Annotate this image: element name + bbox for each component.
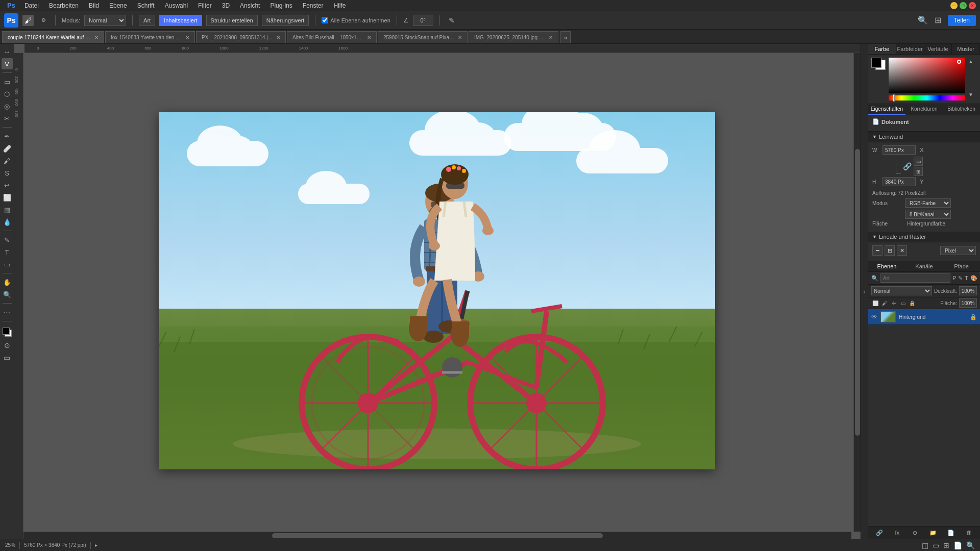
opacity-input[interactable]	[959, 286, 977, 295]
menu-item-schrift[interactable]: Schrift	[133, 1, 159, 10]
hand-tool[interactable]: ✋	[2, 277, 13, 288]
layer-mode-select[interactable]: Normal	[871, 286, 932, 295]
history-brush[interactable]: ↩	[2, 180, 13, 191]
screen-mode-tool[interactable]: ▭	[2, 352, 13, 363]
leinwand-header[interactable]: ▼ Leinwand	[868, 132, 980, 142]
tab-pfade[interactable]: Pfade	[943, 261, 980, 271]
shape-tool[interactable]: ▭	[2, 259, 13, 270]
menu-item-filter[interactable]: Filter	[194, 1, 216, 10]
move-tool[interactable]: ↔	[2, 46, 13, 57]
menu-item-auswahl[interactable]: Auswahl	[161, 1, 192, 10]
artboard-tool[interactable]: V	[2, 58, 13, 69]
status-icon-5[interactable]: 🔍	[966, 541, 975, 549]
blur-tool[interactable]: 💧	[2, 216, 13, 228]
lineale-icon-2[interactable]: ⊞	[885, 245, 895, 256]
status-icon-4[interactable]: 📄	[953, 541, 962, 549]
tab-ebenen[interactable]: Ebenen	[868, 261, 905, 271]
stamp-tool[interactable]: S	[2, 167, 13, 179]
delete-layer-btn[interactable]: 🗑	[961, 528, 977, 537]
tab-farbfelder[interactable]: Farbfelder	[896, 44, 924, 54]
lock-all-btn[interactable]: 🔒	[908, 299, 916, 307]
tab-3[interactable]: Altes Bild Fussball – 1050x1500.jpg ✕	[287, 31, 377, 43]
lineale-header[interactable]: ▼ Lineale und Raster	[868, 232, 980, 242]
layer-item-hintergrund[interactable]: 👁 Hintergrund 🔒	[868, 309, 980, 325]
marquee-tool[interactable]: ▭	[2, 76, 13, 87]
brush-tool[interactable]: 🖌	[2, 155, 13, 166]
tab-verlaeufe[interactable]: Verläufe	[924, 44, 952, 54]
tab-4-close[interactable]: ✕	[458, 35, 462, 40]
lock-artboard-btn[interactable]: ▭	[899, 299, 907, 307]
canvas-image[interactable]	[159, 112, 715, 469]
menu-item-ebene[interactable]: Ebene	[105, 1, 131, 10]
tab-0-close[interactable]: ✕	[94, 35, 99, 40]
pen-tool[interactable]: ✎	[2, 234, 13, 245]
tab-2-close[interactable]: ✕	[276, 35, 280, 40]
fg-bg-swatches[interactable]	[871, 58, 881, 68]
layers-search-input[interactable]	[880, 273, 950, 283]
menu-item-fenster[interactable]: Fenster	[299, 1, 328, 10]
menu-item-datei[interactable]: Datei	[20, 1, 43, 10]
quick-mask-tool[interactable]: ⊙	[2, 340, 13, 351]
struktur-button[interactable]: Struktur erstellen	[206, 15, 258, 26]
lineale-icon-1[interactable]: ━	[872, 245, 883, 256]
status-arrow[interactable]: ▸	[95, 542, 97, 548]
zoom-tool[interactable]: 🔍	[2, 289, 13, 300]
canvas-size-btn-2[interactable]: ⊞	[914, 167, 923, 176]
lock-transparent-btn[interactable]: ⬜	[871, 299, 879, 307]
tab-4[interactable]: 2598015 StockSnap auf Pixabay.jpg ✕	[378, 31, 468, 43]
alle-ebenen-checkbox[interactable]	[322, 17, 328, 23]
props-tab-eigenschaften[interactable]: Eigenschaften	[868, 104, 905, 115]
new-layer-btn[interactable]: 📄	[943, 528, 959, 537]
lock-image-btn[interactable]: 🖌	[880, 299, 889, 307]
alle-ebenen-check[interactable]: Alle Ebenen aufnehmen	[322, 17, 390, 23]
tab-5[interactable]: IMG_20200625_205140.jpg bei 16.. ✕	[469, 31, 558, 43]
color-gradient-picker[interactable]	[889, 58, 965, 93]
toolbar-extra-icon[interactable]: ✎	[446, 15, 457, 26]
leinwand-h-input[interactable]	[883, 177, 916, 186]
tab-kanaele[interactable]: Kanäle	[905, 261, 943, 271]
eyedropper-tool[interactable]: ✒	[2, 131, 13, 142]
lock-position-btn[interactable]: ✛	[890, 299, 898, 307]
naeherung-button[interactable]: Näherungswert	[262, 15, 309, 26]
canvas-container[interactable]	[23, 53, 850, 529]
vertical-scroll-thumb[interactable]	[855, 149, 860, 436]
gradient-tool[interactable]: ▦	[2, 204, 13, 215]
tabs-more-button[interactable]: »	[560, 31, 571, 43]
tab-farbe[interactable]: Farbe	[868, 44, 896, 54]
leinwand-x-btn[interactable]: X	[918, 146, 926, 154]
link-layers-btn[interactable]: 🔗	[871, 528, 887, 537]
panel-toggle[interactable]: ‹	[861, 44, 868, 539]
tool-option-2[interactable]: ⚙	[38, 15, 49, 26]
share-button[interactable]: Teilen	[948, 15, 976, 26]
crop-tool[interactable]: ✂	[2, 113, 13, 124]
status-icon-2[interactable]: ▭	[933, 541, 939, 549]
more-tools[interactable]: ⋯	[2, 307, 13, 318]
lineale-icon-3[interactable]: ✕	[897, 245, 907, 256]
tab-0[interactable]: couple-1718244 Karen Warfel auf Pixabay.…	[2, 31, 104, 43]
tab-muster[interactable]: Muster	[952, 44, 980, 54]
menu-item-bearbeiten[interactable]: Bearbeiten	[45, 1, 83, 10]
eraser-tool[interactable]: ⬜	[2, 192, 13, 203]
layers-filter-btn-1[interactable]: P	[952, 273, 956, 283]
pixel-select[interactable]: Pixel	[940, 246, 976, 255]
hue-slider[interactable]	[889, 95, 965, 101]
layers-filter-btn-3[interactable]: T	[965, 273, 968, 283]
tab-1-close[interactable]: ✕	[185, 35, 189, 40]
object-select-tool[interactable]: ◎	[2, 101, 13, 112]
foreground-color-swatch[interactable]	[871, 58, 881, 68]
arrange-icon[interactable]: ⊞	[933, 15, 944, 26]
text-tool[interactable]: T	[2, 246, 13, 258]
menu-item-3d[interactable]: 3D	[218, 1, 234, 10]
status-icon-3[interactable]: ⊞	[943, 541, 949, 549]
tab-3-close[interactable]: ✕	[367, 35, 371, 40]
layer-mask-btn[interactable]: ⊙	[907, 528, 923, 537]
menu-item-plugins[interactable]: Plug-ins	[266, 1, 296, 10]
menu-item-bild[interactable]: Bild	[85, 1, 103, 10]
art-button[interactable]: Art	[139, 15, 155, 26]
layer-visibility-icon[interactable]: 👁	[871, 313, 877, 320]
tab-1[interactable]: fox-1540833 Yvette van den Berg pixabay.…	[105, 31, 195, 43]
menu-item-hilfe[interactable]: Hilfe	[329, 1, 350, 10]
horizontal-scroll-thumb[interactable]	[272, 533, 603, 538]
props-tab-korrekturen[interactable]: Korrekturen	[905, 104, 943, 115]
vertical-scrollbar[interactable]	[853, 53, 861, 532]
